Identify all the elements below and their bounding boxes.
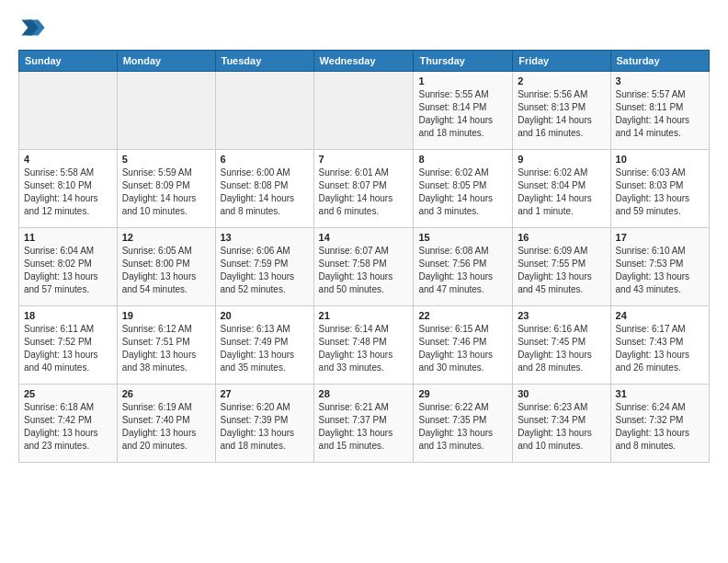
- day-number: 29: [418, 388, 507, 399]
- day-info: Sunrise: 6:10 AM Sunset: 7:53 PM Dayligh…: [616, 245, 704, 296]
- day-number: 11: [24, 232, 112, 243]
- day-number: 28: [319, 388, 409, 399]
- day-info: Sunrise: 5:58 AM Sunset: 8:10 PM Dayligh…: [24, 167, 112, 218]
- calendar-cell: 21Sunrise: 6:14 AM Sunset: 7:48 PM Dayli…: [313, 306, 414, 385]
- day-number: 20: [221, 310, 309, 321]
- day-info: Sunrise: 6:02 AM Sunset: 8:05 PM Dayligh…: [418, 167, 507, 218]
- calendar-cell: 6Sunrise: 6:00 AM Sunset: 8:08 PM Daylig…: [215, 150, 313, 228]
- day-number: 6: [221, 154, 309, 165]
- day-info: Sunrise: 6:01 AM Sunset: 8:07 PM Dayligh…: [319, 167, 409, 218]
- calendar-cell: 1Sunrise: 5:55 AM Sunset: 8:14 PM Daylig…: [414, 72, 513, 150]
- calendar-cell: 12Sunrise: 6:05 AM Sunset: 8:00 PM Dayli…: [117, 228, 215, 306]
- day-info: Sunrise: 6:04 AM Sunset: 8:02 PM Dayligh…: [24, 245, 112, 296]
- day-info: Sunrise: 5:59 AM Sunset: 8:09 PM Dayligh…: [122, 167, 210, 218]
- calendar-cell: 27Sunrise: 6:20 AM Sunset: 7:39 PM Dayli…: [215, 385, 313, 463]
- calendar-week-row: 11Sunrise: 6:04 AM Sunset: 8:02 PM Dayli…: [19, 228, 710, 306]
- weekday-header: Thursday: [414, 51, 513, 72]
- page-header: [18, 15, 710, 40]
- calendar-cell: 30Sunrise: 6:23 AM Sunset: 7:34 PM Dayli…: [513, 385, 610, 463]
- calendar-cell: 22Sunrise: 6:15 AM Sunset: 7:46 PM Dayli…: [414, 306, 513, 385]
- calendar-cell: 19Sunrise: 6:12 AM Sunset: 7:51 PM Dayli…: [117, 306, 215, 385]
- day-info: Sunrise: 6:09 AM Sunset: 7:55 PM Dayligh…: [518, 245, 605, 296]
- day-number: 24: [616, 310, 704, 321]
- day-info: Sunrise: 5:56 AM Sunset: 8:13 PM Dayligh…: [518, 88, 605, 140]
- calendar-cell: 3Sunrise: 5:57 AM Sunset: 8:11 PM Daylig…: [610, 72, 709, 150]
- day-info: Sunrise: 6:02 AM Sunset: 8:04 PM Dayligh…: [518, 167, 605, 218]
- weekday-header: Tuesday: [215, 51, 313, 72]
- weekday-header: Monday: [117, 51, 215, 72]
- day-info: Sunrise: 5:57 AM Sunset: 8:11 PM Dayligh…: [616, 88, 704, 140]
- calendar-week-row: 18Sunrise: 6:11 AM Sunset: 7:52 PM Dayli…: [19, 306, 710, 385]
- day-number: 13: [221, 232, 309, 243]
- logo-icon: [20, 15, 46, 40]
- day-info: Sunrise: 6:20 AM Sunset: 7:39 PM Dayligh…: [221, 401, 309, 453]
- day-info: Sunrise: 6:06 AM Sunset: 7:59 PM Dayligh…: [221, 245, 309, 296]
- day-number: 21: [319, 310, 409, 321]
- day-number: 1: [418, 75, 507, 86]
- calendar-cell: 18Sunrise: 6:11 AM Sunset: 7:52 PM Dayli…: [19, 306, 118, 385]
- day-info: Sunrise: 5:55 AM Sunset: 8:14 PM Dayligh…: [418, 88, 507, 140]
- day-number: 4: [24, 154, 112, 165]
- calendar-cell: 25Sunrise: 6:18 AM Sunset: 7:42 PM Dayli…: [19, 385, 118, 463]
- calendar-cell: 5Sunrise: 5:59 AM Sunset: 8:09 PM Daylig…: [117, 150, 215, 228]
- day-info: Sunrise: 6:12 AM Sunset: 7:51 PM Dayligh…: [122, 323, 210, 374]
- calendar-cell: 4Sunrise: 5:58 AM Sunset: 8:10 PM Daylig…: [19, 150, 118, 228]
- calendar-cell: 9Sunrise: 6:02 AM Sunset: 8:04 PM Daylig…: [513, 150, 610, 228]
- day-info: Sunrise: 6:00 AM Sunset: 8:08 PM Dayligh…: [221, 167, 309, 218]
- weekday-header-row: SundayMondayTuesdayWednesdayThursdayFrid…: [19, 51, 710, 72]
- calendar-cell: 14Sunrise: 6:07 AM Sunset: 7:58 PM Dayli…: [313, 228, 414, 306]
- day-info: Sunrise: 6:18 AM Sunset: 7:42 PM Dayligh…: [24, 401, 112, 453]
- day-number: 14: [319, 232, 409, 243]
- day-info: Sunrise: 6:14 AM Sunset: 7:48 PM Dayligh…: [319, 323, 409, 374]
- calendar-cell: 31Sunrise: 6:24 AM Sunset: 7:32 PM Dayli…: [610, 385, 709, 463]
- calendar-cell: 17Sunrise: 6:10 AM Sunset: 7:53 PM Dayli…: [610, 228, 709, 306]
- calendar-cell: 2Sunrise: 5:56 AM Sunset: 8:13 PM Daylig…: [513, 72, 610, 150]
- day-number: 19: [122, 310, 210, 321]
- day-number: 26: [122, 388, 210, 399]
- calendar-cell: 29Sunrise: 6:22 AM Sunset: 7:35 PM Dayli…: [414, 385, 513, 463]
- weekday-header: Sunday: [19, 51, 118, 72]
- day-number: 23: [518, 310, 605, 321]
- day-info: Sunrise: 6:23 AM Sunset: 7:34 PM Dayligh…: [518, 401, 605, 453]
- day-number: 27: [221, 388, 309, 399]
- calendar-week-row: 25Sunrise: 6:18 AM Sunset: 7:42 PM Dayli…: [19, 385, 710, 463]
- day-number: 16: [518, 232, 605, 243]
- day-number: 22: [418, 310, 507, 321]
- day-info: Sunrise: 6:07 AM Sunset: 7:58 PM Dayligh…: [319, 245, 409, 296]
- calendar-week-row: 1Sunrise: 5:55 AM Sunset: 8:14 PM Daylig…: [19, 72, 710, 150]
- weekday-header: Saturday: [610, 51, 709, 72]
- day-number: 10: [616, 154, 704, 165]
- day-info: Sunrise: 6:05 AM Sunset: 8:00 PM Dayligh…: [122, 245, 210, 296]
- calendar-cell: [313, 72, 414, 150]
- calendar-cell: 13Sunrise: 6:06 AM Sunset: 7:59 PM Dayli…: [215, 228, 313, 306]
- calendar-table: SundayMondayTuesdayWednesdayThursdayFrid…: [18, 50, 710, 463]
- day-number: 5: [122, 154, 210, 165]
- day-number: 18: [24, 310, 112, 321]
- day-number: 30: [518, 388, 605, 399]
- calendar-cell: [19, 72, 118, 150]
- day-info: Sunrise: 6:11 AM Sunset: 7:52 PM Dayligh…: [24, 323, 112, 374]
- calendar-cell: [215, 72, 313, 150]
- calendar-cell: 26Sunrise: 6:19 AM Sunset: 7:40 PM Dayli…: [117, 385, 215, 463]
- day-info: Sunrise: 6:17 AM Sunset: 7:43 PM Dayligh…: [616, 323, 704, 374]
- calendar-cell: 24Sunrise: 6:17 AM Sunset: 7:43 PM Dayli…: [610, 306, 709, 385]
- calendar-cell: 7Sunrise: 6:01 AM Sunset: 8:07 PM Daylig…: [313, 150, 414, 228]
- calendar-cell: 8Sunrise: 6:02 AM Sunset: 8:05 PM Daylig…: [414, 150, 513, 228]
- day-info: Sunrise: 6:24 AM Sunset: 7:32 PM Dayligh…: [616, 401, 704, 453]
- calendar-cell: 16Sunrise: 6:09 AM Sunset: 7:55 PM Dayli…: [513, 228, 610, 306]
- day-number: 9: [518, 154, 605, 165]
- day-number: 17: [616, 232, 704, 243]
- calendar-cell: 20Sunrise: 6:13 AM Sunset: 7:49 PM Dayli…: [215, 306, 313, 385]
- calendar-cell: 10Sunrise: 6:03 AM Sunset: 8:03 PM Dayli…: [610, 150, 709, 228]
- day-info: Sunrise: 6:08 AM Sunset: 7:56 PM Dayligh…: [418, 245, 507, 296]
- logo: [18, 15, 50, 40]
- day-number: 12: [122, 232, 210, 243]
- calendar-week-row: 4Sunrise: 5:58 AM Sunset: 8:10 PM Daylig…: [19, 150, 710, 228]
- day-info: Sunrise: 6:19 AM Sunset: 7:40 PM Dayligh…: [122, 401, 210, 453]
- day-info: Sunrise: 6:13 AM Sunset: 7:49 PM Dayligh…: [221, 323, 309, 374]
- calendar-cell: 15Sunrise: 6:08 AM Sunset: 7:56 PM Dayli…: [414, 228, 513, 306]
- day-number: 7: [319, 154, 409, 165]
- weekday-header: Wednesday: [313, 51, 414, 72]
- day-info: Sunrise: 6:15 AM Sunset: 7:46 PM Dayligh…: [418, 323, 507, 374]
- day-info: Sunrise: 6:03 AM Sunset: 8:03 PM Dayligh…: [616, 167, 704, 218]
